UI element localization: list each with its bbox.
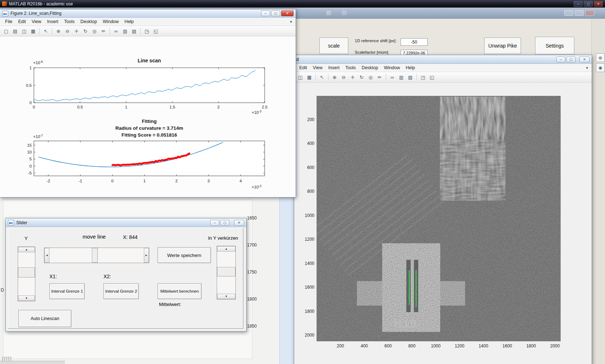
new-figure-icon[interactable]: ▢ — [2, 27, 10, 35]
slider-thumb[interactable] — [18, 267, 35, 278]
zoom-out-icon[interactable]: ⊖ — [63, 27, 72, 35]
menu-tools[interactable]: Tools — [61, 18, 78, 25]
x-position-slider[interactable]: ◄ ► — [44, 248, 149, 263]
menu-help[interactable]: Help — [122, 18, 137, 25]
show-plot-tools-icon[interactable]: ◱ — [428, 73, 436, 81]
menu-insert[interactable]: Insert — [44, 18, 61, 25]
unwrap-pike-button[interactable]: Unwrap Pike — [484, 37, 521, 54]
slider-titlebar[interactable]: Slider ─ ▢ ✕ — [6, 218, 246, 227]
insert-legend-icon[interactable]: ▧ — [130, 27, 138, 35]
menu-file[interactable]: File — [2, 18, 15, 25]
insert-legend-icon[interactable]: ▧ — [406, 73, 415, 81]
y-axis-tick-label: 800 — [299, 189, 314, 194]
minimize-button[interactable]: ─ — [261, 10, 270, 16]
maximize-button[interactable]: ▢ — [566, 57, 575, 62]
insert-colorbar-icon[interactable]: ▥ — [121, 27, 129, 35]
slider-track[interactable] — [18, 278, 35, 296]
menu-overflow-icon[interactable]: ▾ — [586, 66, 589, 70]
data-cursor-icon[interactable]: ◎ — [366, 73, 375, 81]
hide-plot-tools-icon[interactable]: ◳ — [142, 27, 151, 35]
maximize-button[interactable]: ▢ — [584, 1, 593, 7]
ref-shift-input[interactable] — [401, 38, 428, 46]
menu-view[interactable]: View — [29, 18, 44, 25]
menu-view[interactable]: View — [310, 65, 326, 71]
snapshot-tool-icon[interactable]: ◉ — [596, 63, 605, 72]
hide-plot-tools-icon[interactable]: ◳ — [419, 73, 427, 81]
rotate-3d-icon[interactable]: ↻ — [81, 27, 90, 35]
minimize-button[interactable]: ─ — [210, 220, 219, 226]
menu-window[interactable]: Window — [381, 65, 403, 71]
menu-window[interactable]: Window — [100, 18, 122, 25]
save-values-button[interactable]: Werte speichern — [158, 247, 211, 263]
print-figure-icon[interactable]: ▦ — [29, 27, 37, 35]
print-figure-icon[interactable]: ▦ — [305, 73, 314, 81]
menu-help[interactable]: Help — [403, 65, 418, 71]
interval-limit-1-button[interactable]: Interval Grenze 1 — [49, 283, 85, 299]
menu-insert[interactable]: Insert — [325, 65, 342, 71]
pan-icon[interactable]: ✛ — [348, 73, 357, 81]
edit-plot-icon[interactable]: ↖ — [318, 73, 326, 81]
save-figure-icon[interactable]: ◫ — [20, 27, 28, 35]
slider-right-icon[interactable]: ► — [144, 248, 149, 263]
auto-linescan-button[interactable]: Auto Linescan — [18, 310, 71, 327]
calculate-mean-button[interactable]: Mittelwert berechnen — [158, 283, 202, 299]
close-button[interactable]: ✕ — [234, 220, 244, 226]
scale-button[interactable]: scale — [319, 37, 348, 54]
fitting-chart[interactable]: -2-101234-5051015FittingRadius of curvat… — [0, 116, 285, 195]
slider-up-icon[interactable]: ▲ — [217, 246, 235, 252]
minimize-button[interactable] — [564, 10, 573, 16]
close-button[interactable]: ✕ — [594, 1, 603, 7]
slider-left-icon[interactable]: ◄ — [44, 248, 49, 263]
slider-track[interactable] — [98, 248, 144, 263]
data-cursor-icon[interactable]: ◎ — [90, 27, 99, 35]
pan-icon[interactable]: ✛ — [72, 27, 81, 35]
zoom-in-icon[interactable]: ⊕ — [54, 27, 63, 35]
slider-down-icon[interactable]: ▼ — [217, 294, 235, 299]
line-scan-chart[interactable]: 00.511.522.500.51Line scan×10-6×10-3 — [0, 53, 285, 116]
rotate-3d-icon[interactable]: ↻ — [357, 73, 366, 81]
menu-tools[interactable]: Tools — [343, 65, 359, 71]
figure2-titlebar[interactable]: Figure 2: Line_scan,Fitting ─ ▢ ✕ — [0, 9, 296, 18]
save-figure-icon[interactable]: ◫ — [296, 73, 305, 81]
panel-grip[interactable] — [2, 357, 12, 361]
menu-edit[interactable]: Edit — [15, 18, 29, 25]
edit-plot-icon[interactable]: ↖ — [41, 27, 50, 35]
show-plot-tools-icon[interactable]: ◱ — [151, 27, 160, 35]
link-plot-icon[interactable]: ∞ — [388, 73, 397, 81]
slider-track[interactable] — [18, 252, 35, 267]
desktop: MATLAB R2016b - academic use ─ ▢ ✕ scale… — [0, 0, 605, 364]
zoom-tool-icon[interactable]: ⊕ — [596, 53, 605, 62]
y-slider-right[interactable]: ▲ ▼ — [217, 246, 236, 299]
slider-thumb[interactable] — [92, 248, 98, 263]
maximize-button[interactable]: ▢ — [220, 220, 229, 226]
zoom-in-icon[interactable]: ⊕ — [330, 73, 339, 81]
link-plot-icon[interactable]: ∞ — [112, 27, 120, 35]
maximize-button[interactable] — [575, 10, 584, 16]
menu-desktop[interactable]: Desktop — [78, 18, 100, 25]
close-button[interactable] — [585, 10, 594, 16]
minimize-button[interactable]: ─ — [556, 57, 565, 62]
slider-up-icon[interactable]: ▲ — [18, 247, 35, 252]
slider-down-icon[interactable]: ▼ — [18, 296, 35, 301]
figure-right-titlebar[interactable]: d ─ ▢ ✕ — [294, 55, 592, 64]
brush-data-icon[interactable]: ✏ — [99, 27, 108, 35]
settings-button[interactable]: Settings — [535, 37, 574, 54]
slider-thumb[interactable] — [217, 267, 235, 276]
zoom-out-icon[interactable]: ⊖ — [339, 73, 348, 81]
close-button[interactable]: ✕ — [579, 57, 589, 62]
menu-edit[interactable]: Edit — [296, 65, 310, 71]
menu-desktop[interactable]: Desktop — [359, 65, 381, 71]
phase-image[interactable]: H10 — [317, 96, 561, 341]
close-button[interactable]: ✕ — [281, 10, 293, 16]
minimize-button[interactable]: ─ — [574, 1, 583, 7]
menu-overflow-icon[interactable]: ▾ — [290, 19, 293, 24]
slider-track[interactable] — [217, 252, 235, 267]
maximize-button[interactable]: ▢ — [271, 10, 280, 16]
insert-colorbar-icon[interactable]: ▥ — [397, 73, 406, 81]
brush-data-icon[interactable]: ✏ — [375, 73, 384, 81]
interval-limit-2-button[interactable]: Interval Grenze 2 — [103, 283, 139, 299]
open-file-icon[interactable]: ▤ — [11, 27, 19, 35]
slider-track[interactable] — [49, 248, 92, 263]
slider-track[interactable] — [217, 276, 235, 294]
y-slider-left[interactable]: ▲ ▼ — [18, 247, 35, 301]
